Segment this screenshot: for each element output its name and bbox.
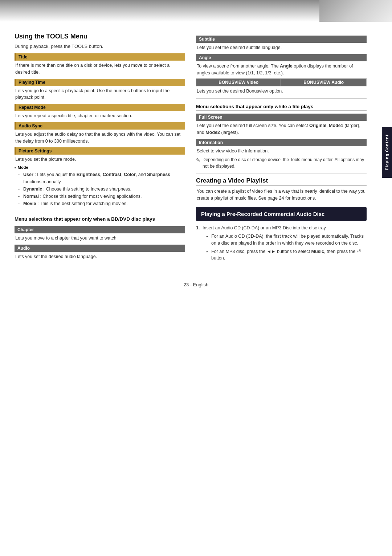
creating-title: Creating a Video Playlist bbox=[196, 177, 367, 186]
main-content: Using the TOOLS Menu During playback, pr… bbox=[0, 22, 392, 275]
mode-normal: Normal : Choose this setting for most vi… bbox=[18, 193, 185, 200]
file-section-title: Menu selections that appear only while a… bbox=[196, 104, 367, 111]
repeat-mode-header: Repeat Mode bbox=[15, 104, 185, 111]
tools-menu-subtitle: During playback, press the TOOLS button. bbox=[15, 44, 185, 49]
mode-movie: Movie : This is the best setting for wat… bbox=[18, 200, 185, 207]
bonusview-table: BONUSVIEW Video BONUSVIEW Audio bbox=[196, 78, 367, 86]
audio-sync-header: Audio Sync bbox=[15, 122, 185, 130]
playing-time-body: Lets you go to a specific playback point… bbox=[15, 87, 185, 101]
note-line: Depending on the disc or storage device,… bbox=[196, 156, 367, 169]
picture-settings-body: Lets you set the picture mode. bbox=[15, 156, 185, 163]
title-item-body: If there is more than one title on a dis… bbox=[15, 62, 185, 76]
page-number: 23 - English bbox=[184, 282, 209, 287]
mode-user: User : Lets you adjust the Brightness, C… bbox=[18, 171, 185, 185]
picture-settings-header: Picture Settings bbox=[15, 147, 185, 155]
title-item-header: Title bbox=[15, 53, 185, 61]
audio-body: Lets you set the desired audio language. bbox=[15, 253, 185, 260]
left-column: Using the TOOLS Menu During playback, pr… bbox=[15, 33, 185, 264]
mode-dynamic: Dynamic : Choose this setting to increas… bbox=[18, 185, 185, 193]
subtitle-header: Subtitle bbox=[196, 36, 367, 43]
prr-box-title: Playing a Pre-Recorded Commercial Audio … bbox=[201, 210, 362, 218]
prr-bullet-list: For an Audio CD (CD-DA), the first track… bbox=[203, 233, 367, 262]
chapter-header: Chapter bbox=[15, 226, 185, 233]
repeat-mode-body: Lets you repeat a specific title, chapte… bbox=[15, 113, 185, 119]
side-tab: Playing Content bbox=[382, 127, 392, 178]
prr-box: Playing a Pre-Recorded Commercial Audio … bbox=[196, 207, 367, 221]
header-bar-accent bbox=[319, 0, 392, 22]
side-tab-label: Playing Content bbox=[385, 135, 389, 171]
prr-bullet-1: For an Audio CD (CD-DA), the first track… bbox=[206, 233, 367, 247]
audio-header: Audio bbox=[15, 245, 185, 252]
bd-divider bbox=[15, 211, 185, 211]
bonusview-body: Lets you set the desired Bonusview optio… bbox=[196, 88, 367, 95]
bd-section-title: Menu selections that appear only when a … bbox=[15, 216, 185, 223]
mode-list: User : Lets you adjust the Brightness, C… bbox=[15, 171, 185, 207]
prr-numbered-list: 1. Insert an Audio CD (CD-DA) or an MP3 … bbox=[196, 225, 367, 262]
creating-divider bbox=[196, 173, 367, 173]
tools-menu-title: Using the TOOLS Menu bbox=[15, 33, 185, 42]
full-screen-body: Lets you set the desired full screen siz… bbox=[196, 122, 367, 136]
footer: 23 - English bbox=[0, 275, 392, 291]
information-header: Information bbox=[196, 139, 367, 146]
header-bar bbox=[0, 0, 392, 22]
file-divider bbox=[196, 98, 367, 99]
audio-sync-body: Lets you adjust the audio delay so that … bbox=[15, 131, 185, 145]
right-column: Subtitle Lets you set the desired subtit… bbox=[196, 33, 367, 264]
subtitle-body: Lets you set the desired subtitle langua… bbox=[196, 44, 367, 51]
mode-label: Mode bbox=[15, 165, 185, 169]
creating-body: You can create a playlist of video files… bbox=[196, 188, 367, 202]
prr-bullet-2: For an MP3 disc, press the ◄► buttons to… bbox=[206, 248, 367, 262]
playing-time-header: Playing Time bbox=[15, 79, 185, 86]
angle-header: Angle bbox=[196, 54, 367, 61]
bonusview-audio-cell: BONUSVIEW Audio bbox=[281, 79, 367, 86]
angle-body: To view a scene from another angle. The … bbox=[196, 63, 367, 77]
information-body: Select to view video file information. bbox=[196, 148, 367, 155]
bonusview-video-cell: BONUSVIEW Video bbox=[196, 79, 281, 86]
chapter-body: Lets you move to a chapter that you want… bbox=[15, 235, 185, 242]
prr-step-1: 1. Insert an Audio CD (CD-DA) or an MP3 … bbox=[196, 225, 367, 262]
full-screen-header: Full Screen bbox=[196, 114, 367, 121]
